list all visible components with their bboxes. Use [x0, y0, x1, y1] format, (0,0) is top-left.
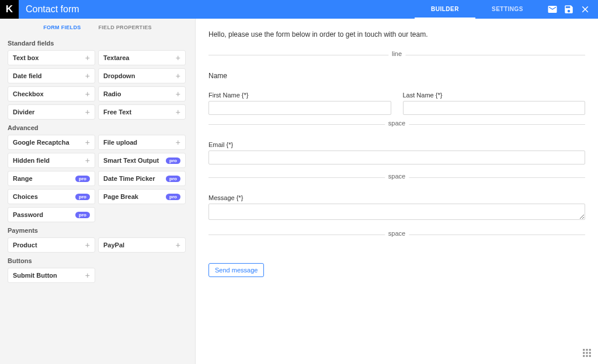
- group-label-payments: Payments: [0, 222, 195, 237]
- field-submit-button[interactable]: Submit Button+: [8, 268, 95, 283]
- field-label: Text box: [13, 54, 39, 61]
- field-label: Date Time Picker: [103, 175, 155, 182]
- field-textarea[interactable]: Textarea+: [98, 50, 186, 65]
- field-label: Radio: [103, 90, 121, 97]
- field-label: Product: [13, 242, 37, 249]
- form-title: Contact form: [26, 4, 79, 15]
- field-text-box[interactable]: Text box+: [8, 50, 95, 65]
- field-label: Free Text: [103, 108, 131, 116]
- group-label-advanced: Advanced: [0, 120, 195, 135]
- field-file-upload[interactable]: File upload+: [98, 135, 186, 150]
- pro-badge: pro: [75, 212, 90, 218]
- field-label: Hidden field: [13, 157, 50, 164]
- tab-builder[interactable]: BUILDER: [415, 0, 475, 19]
- header-tabs: BUILDER SETTINGS: [415, 0, 540, 19]
- field-label: Smart Text Output: [103, 157, 159, 164]
- field-google-recaptcha[interactable]: Google Recaptcha+: [8, 135, 95, 150]
- field-label: Range: [13, 175, 33, 182]
- group-label-buttons: Buttons: [0, 253, 195, 268]
- sidebar: FORM FIELDS FIELD PROPERTIES Standard fi…: [0, 19, 196, 364]
- pro-badge: pro: [166, 158, 180, 164]
- field-label: PayPal: [103, 242, 124, 249]
- divider-label: space: [385, 230, 409, 237]
- plus-icon: +: [85, 271, 90, 279]
- divider-space-1[interactable]: space: [208, 124, 585, 125]
- field-page-break[interactable]: Page Breakpro: [98, 189, 186, 204]
- pro-badge: pro: [75, 176, 90, 182]
- plus-icon: +: [85, 90, 90, 98]
- divider-label: space: [385, 120, 409, 127]
- pro-badge: pro: [75, 194, 90, 200]
- plus-icon: +: [176, 138, 180, 146]
- field-date-time-picker[interactable]: Date Time Pickerpro: [98, 171, 186, 186]
- divider-label: line: [388, 50, 405, 57]
- divider-space-2[interactable]: space: [208, 177, 585, 178]
- tab-settings[interactable]: SETTINGS: [475, 0, 540, 19]
- email-label: Email {*}: [208, 141, 585, 148]
- sidebar-sub-tabs: FORM FIELDS FIELD PROPERTIES: [0, 19, 195, 35]
- sub-tab-form-fields[interactable]: FORM FIELDS: [43, 24, 81, 30]
- field-divider[interactable]: Divider+: [8, 104, 95, 120]
- field-label: Choices: [13, 193, 38, 200]
- field-label: Submit Button: [13, 272, 57, 279]
- email-input[interactable]: [208, 150, 585, 164]
- name-section-label: Name: [208, 72, 585, 80]
- field-choices[interactable]: Choicespro: [8, 189, 95, 204]
- first-name-label: First Name {*}: [208, 92, 391, 99]
- field-label: Divider: [13, 108, 34, 116]
- field-range[interactable]: Rangepro: [8, 171, 95, 186]
- pro-badge: pro: [166, 176, 180, 182]
- field-product[interactable]: Product+: [8, 237, 95, 253]
- pro-badge: pro: [166, 194, 180, 200]
- app-logo: K: [0, 0, 19, 19]
- plus-icon: +: [85, 241, 90, 249]
- grid-toggle-icon[interactable]: [580, 346, 593, 359]
- plus-icon: +: [176, 241, 180, 249]
- close-icon[interactable]: [577, 1, 593, 18]
- plus-icon: +: [176, 108, 180, 116]
- field-label: File upload: [103, 139, 137, 146]
- field-label: Checkbox: [13, 90, 44, 97]
- field-free-text[interactable]: Free Text+: [98, 104, 186, 120]
- divider-space-3[interactable]: space: [208, 235, 585, 235]
- divider-line[interactable]: line: [208, 55, 585, 55]
- app-header: K Contact form BUILDER SETTINGS: [0, 0, 598, 19]
- field-radio[interactable]: Radio+: [98, 86, 186, 102]
- field-password[interactable]: Passwordpro: [8, 207, 95, 222]
- intro-text: Hello, please use the form below in orde…: [208, 30, 585, 38]
- field-date-field[interactable]: Date field+: [8, 68, 95, 83]
- first-name-input[interactable]: [208, 101, 391, 115]
- divider-label: space: [385, 173, 409, 180]
- field-label: Google Recaptcha: [13, 139, 69, 146]
- plus-icon: +: [85, 72, 90, 80]
- last-name-label: Last Name {*}: [403, 92, 586, 99]
- field-dropdown[interactable]: Dropdown+: [98, 68, 186, 83]
- field-label: Textarea: [103, 54, 129, 61]
- field-label: Date field: [13, 72, 42, 79]
- field-smart-text-output[interactable]: Smart Text Outputpro: [98, 153, 186, 168]
- plus-icon: +: [85, 54, 90, 62]
- form-canvas[interactable]: Hello, please use the form below in orde…: [196, 19, 598, 364]
- group-label-standard: Standard fields: [0, 35, 195, 50]
- sub-tab-field-properties[interactable]: FIELD PROPERTIES: [98, 24, 151, 30]
- plus-icon: +: [85, 156, 90, 164]
- save-icon[interactable]: [561, 1, 577, 18]
- plus-icon: +: [176, 90, 180, 98]
- message-textarea[interactable]: [208, 204, 585, 220]
- plus-icon: +: [85, 138, 90, 146]
- field-label: Password: [13, 211, 43, 218]
- mail-icon[interactable]: [544, 1, 561, 18]
- plus-icon: +: [176, 54, 180, 62]
- field-paypal[interactable]: PayPal+: [98, 237, 186, 253]
- send-message-button[interactable]: Send message: [208, 263, 264, 277]
- field-checkbox[interactable]: Checkbox+: [8, 86, 95, 102]
- field-label: Dropdown: [103, 72, 135, 79]
- field-hidden-field[interactable]: Hidden field+: [8, 153, 95, 168]
- plus-icon: +: [176, 72, 180, 80]
- last-name-input[interactable]: [403, 101, 586, 115]
- plus-icon: +: [85, 108, 90, 116]
- field-label: Page Break: [103, 193, 138, 200]
- message-label: Message {*}: [208, 194, 585, 201]
